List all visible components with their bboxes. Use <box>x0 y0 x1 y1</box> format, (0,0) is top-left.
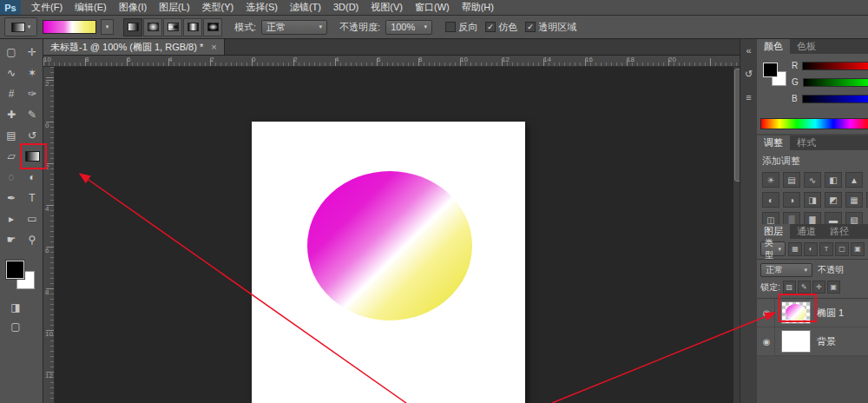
menu-item[interactable]: 帮助(H) <box>456 0 500 15</box>
hue-saturation-icon[interactable]: ◐ <box>762 192 779 208</box>
reflected-gradient-button[interactable] <box>183 18 202 36</box>
panel-tab[interactable]: 通道 <box>790 224 823 239</box>
canvas-viewport[interactable] <box>55 67 740 403</box>
gradient-tool[interactable] <box>22 146 43 167</box>
layer-thumbnail[interactable] <box>781 330 811 353</box>
type-layer-filter-icon[interactable]: T <box>819 242 833 256</box>
menu-item[interactable]: 图层(L) <box>153 0 195 15</box>
menu-item[interactable]: 图像(I) <box>113 0 153 15</box>
tool-preset-picker[interactable] <box>4 17 37 36</box>
slider-track[interactable] <box>803 78 868 87</box>
layer-filter-select[interactable]: 类型 <box>760 241 786 256</box>
panel-tab[interactable]: 路径 <box>823 224 856 239</box>
layer-row-ellipse[interactable]: 椭圆 1 <box>757 299 868 327</box>
screen-mode-button[interactable] <box>7 319 24 334</box>
lasso-tool[interactable]: ∿ <box>1 63 22 83</box>
quick-mask-button[interactable] <box>7 300 24 315</box>
slider-track[interactable] <box>802 62 868 70</box>
dodge-tool[interactable]: ◐ <box>22 167 43 188</box>
reverse-checkbox[interactable]: 反向 <box>445 21 477 34</box>
clone-stamp-tool[interactable]: ▤ <box>1 125 22 146</box>
close-icon[interactable]: × <box>211 42 216 52</box>
rectangular-marquee-tool[interactable]: ▢ <box>1 42 22 63</box>
layer-thumbnail[interactable] <box>781 301 811 324</box>
layer-name[interactable]: 椭圆 1 <box>817 307 844 320</box>
move-tool[interactable]: ✛ <box>22 42 43 63</box>
radial-gradient-button[interactable] <box>143 18 162 36</box>
shape-layer-filter-icon[interactable]: ▢ <box>835 242 849 256</box>
color-balance-icon[interactable]: ◑ <box>783 192 800 208</box>
pen-tool[interactable]: ✒ <box>1 188 22 208</box>
adjustment-layer-filter-icon[interactable]: ◐ <box>804 242 818 256</box>
panel-tab[interactable]: 颜色 <box>757 39 790 54</box>
lock-all-icon[interactable]: ▣ <box>827 281 840 294</box>
document-canvas[interactable] <box>252 122 525 403</box>
history-brush-tool[interactable]: ↺ <box>22 125 43 146</box>
menu-item[interactable]: 滤镜(T) <box>284 0 327 15</box>
exposure-icon[interactable]: ◧ <box>825 172 842 188</box>
eraser-tool[interactable]: ▱ <box>1 146 22 167</box>
pixel-layer-filter-icon[interactable]: ▦ <box>788 242 802 256</box>
opacity-select[interactable]: 100% <box>385 20 432 35</box>
channel-mixer-icon[interactable]: ▦ <box>845 192 863 208</box>
diamond-gradient-button[interactable] <box>203 18 222 36</box>
panel-tab[interactable]: 样式 <box>790 135 823 150</box>
vibrance-icon[interactable]: ▲ <box>845 172 863 188</box>
collapse-panels-icon[interactable]: « <box>742 43 756 57</box>
history-panel-icon[interactable]: ↺ <box>742 67 756 81</box>
red-slider[interactable]: R <box>792 61 868 70</box>
angle-gradient-button[interactable] <box>163 18 182 36</box>
foreground-color-swatch[interactable] <box>6 261 24 279</box>
linear-gradient-button[interactable] <box>123 18 142 36</box>
hand-tool[interactable]: ☛ <box>1 229 22 250</box>
menu-item[interactable]: 类型(Y) <box>196 0 240 15</box>
properties-panel-icon[interactable]: ≡ <box>742 90 756 104</box>
curves-icon[interactable]: ∿ <box>804 172 821 188</box>
panel-tab[interactable]: 色板 <box>790 39 823 54</box>
menu-item[interactable]: 视图(V) <box>365 0 409 15</box>
gradient-preview-swatch[interactable] <box>43 20 96 34</box>
adjustments-panel: 调整样式 添加调整 ☀▤∿◧▲ ◐◑◨◩▦▥ ◫▒▓▬▧ <box>757 135 868 235</box>
layer-blend-mode-select[interactable]: 正常 <box>760 263 812 277</box>
brush-tool[interactable]: ✎ <box>22 104 43 125</box>
slider-track[interactable] <box>802 95 868 103</box>
lock-pixels-icon[interactable]: ✎ <box>798 281 811 294</box>
horizontal-ruler: 10864202468101214161820 <box>43 56 740 67</box>
blue-slider[interactable]: B <box>792 94 868 103</box>
document-tab[interactable]: 未标题-1 @ 100% (椭圆 1, RGB/8) * × <box>43 39 225 55</box>
menu-item[interactable]: 窗口(W) <box>409 0 456 15</box>
dither-checkbox[interactable]: 仿色 <box>485 21 517 34</box>
quick-selection-tool[interactable]: ✶ <box>22 63 43 83</box>
transparency-checkbox[interactable]: 透明区域 <box>525 21 576 34</box>
crop-tool[interactable]: # <box>1 83 22 104</box>
panel-tab[interactable]: 调整 <box>757 135 790 150</box>
brightness-contrast-icon[interactable]: ☀ <box>762 172 779 188</box>
type-tool[interactable]: T <box>22 188 43 208</box>
gradient-picker-button[interactable] <box>101 19 114 35</box>
green-slider[interactable]: G <box>792 77 868 87</box>
zoom-tool[interactable]: ⚲ <box>22 229 43 250</box>
vertical-scrollbar[interactable] <box>733 67 740 403</box>
menu-item[interactable]: 选择(S) <box>240 0 284 15</box>
spot-healing-brush-tool[interactable]: ✚ <box>1 104 22 125</box>
black-white-icon[interactable]: ◨ <box>804 192 821 208</box>
eye-icon[interactable] <box>759 327 775 355</box>
blend-mode-select[interactable]: 正常 <box>261 20 327 35</box>
photo-filter-icon[interactable]: ◩ <box>825 192 842 208</box>
levels-icon[interactable]: ▤ <box>783 172 800 188</box>
eyedropper-tool[interactable]: ✑ <box>22 83 43 104</box>
rectangle-tool[interactable]: ▭ <box>22 208 43 229</box>
smart-object-filter-icon[interactable]: ▣ <box>851 242 865 256</box>
color-spectrum-ramp[interactable] <box>760 118 868 129</box>
menu-item[interactable]: 编辑(E) <box>69 0 113 15</box>
eye-icon[interactable] <box>759 299 775 327</box>
path-selection-tool[interactable]: ▸ <box>1 208 22 229</box>
menu-item[interactable]: 3D(D) <box>327 0 365 15</box>
blur-tool[interactable]: ◌ <box>1 167 22 188</box>
lock-position-icon[interactable]: ✛ <box>812 281 825 294</box>
foreground-color-swatch[interactable] <box>763 63 778 77</box>
lock-transparency-icon[interactable]: ▨ <box>783 281 796 294</box>
layer-row-background[interactable]: 背景 <box>757 327 868 356</box>
menu-item[interactable]: 文件(F) <box>25 0 69 15</box>
layer-name[interactable]: 背景 <box>817 335 836 348</box>
